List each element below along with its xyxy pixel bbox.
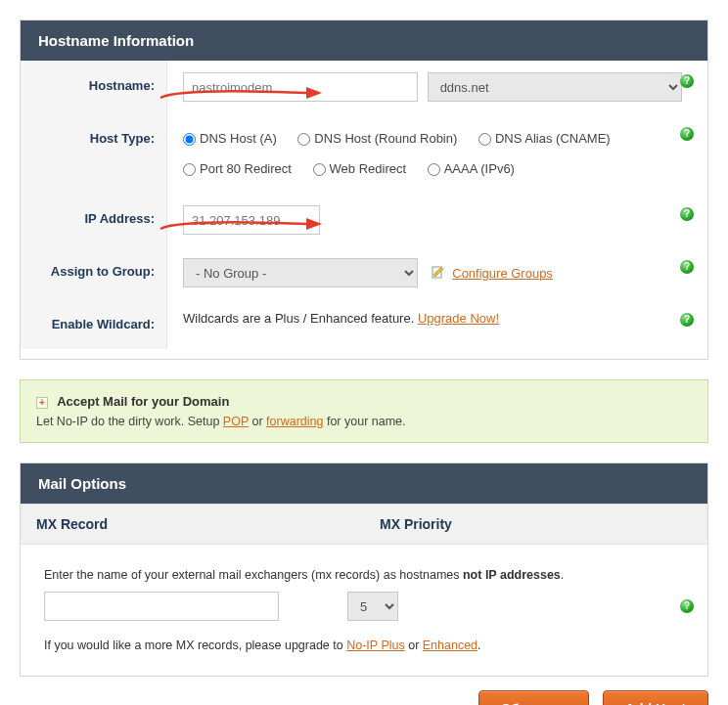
add-host-button[interactable]: Add Host xyxy=(603,690,708,705)
label-host-type: Host Type: xyxy=(21,113,167,194)
enhanced-link[interactable]: Enhanced xyxy=(423,639,478,652)
help-icon[interactable]: ? xyxy=(680,74,694,88)
accept-mail-info: + Accept Mail for your Domain Let No-IP … xyxy=(20,379,708,443)
noip-plus-link[interactable]: No-IP Plus xyxy=(346,639,405,652)
radio-port80[interactable]: Port 80 Redirect xyxy=(183,161,292,176)
ip-address-input[interactable] xyxy=(183,205,320,235)
expand-icon[interactable]: + xyxy=(36,397,48,409)
edit-icon xyxy=(432,266,445,283)
mx-columns-header: MX Record MX Priority xyxy=(21,504,707,545)
hostname-input[interactable] xyxy=(183,72,418,102)
radio-dns-round-robin[interactable]: DNS Host (Round Robin) xyxy=(297,131,457,146)
mx-more-text: If you would like a more MX records, ple… xyxy=(44,639,684,652)
row-enable-wildcard: Enable Wildcard: Wildcards are a Plus / … xyxy=(21,299,707,359)
label-assign-group: Assign to Group: xyxy=(21,246,167,299)
reset-button[interactable]: Сбросить xyxy=(478,690,589,705)
label-hostname: Hostname: xyxy=(21,61,167,113)
col-mx-record: MX Record xyxy=(21,505,364,544)
help-icon[interactable]: ? xyxy=(680,599,694,613)
help-icon[interactable]: ? xyxy=(680,313,694,327)
radio-dns-cname[interactable]: DNS Alias (CNAME) xyxy=(478,131,611,146)
radio-web-redirect[interactable]: Web Redirect xyxy=(313,161,407,176)
forwarding-link[interactable]: forwarding xyxy=(266,415,323,428)
buttons-row: Сбросить Add Host xyxy=(20,690,708,705)
row-hostname: Hostname: ddns.net ? xyxy=(21,61,707,113)
group-select[interactable]: - No Group - xyxy=(183,258,418,287)
domain-select[interactable]: ddns.net xyxy=(428,72,682,102)
row-assign-group: Assign to Group: - No Group - Configure … xyxy=(21,246,707,299)
wildcard-text: Wildcards are a Plus / Enhanced feature. xyxy=(183,311,418,326)
help-icon[interactable]: ? xyxy=(680,207,694,221)
row-host-type: Host Type: DNS Host (A) DNS Host (Round … xyxy=(21,113,707,194)
hostname-info-panel: Hostname Information Hostname: ddns.net … xyxy=(20,20,708,360)
upgrade-now-link[interactable]: Upgrade Now! xyxy=(418,311,499,326)
mail-options-title: Mail Options xyxy=(21,463,707,504)
mx-record-input[interactable] xyxy=(44,592,279,621)
help-icon[interactable]: ? xyxy=(680,127,694,141)
row-ip-address: IP Address: ? xyxy=(21,194,707,246)
accept-mail-text: Let No-IP do the dirty work. Setup POP o… xyxy=(36,415,692,428)
mail-options-panel: Mail Options MX Record MX Priority Enter… xyxy=(20,463,708,677)
label-ip-address: IP Address: xyxy=(21,194,167,246)
hostname-panel-title: Hostname Information xyxy=(21,21,707,61)
configure-groups-link[interactable]: Configure Groups xyxy=(452,266,553,281)
mx-intro-text: Enter the name of your external mail exc… xyxy=(44,568,684,582)
col-mx-priority: MX Priority xyxy=(364,505,707,544)
pop-link[interactable]: POP xyxy=(223,415,249,428)
label-enable-wildcard: Enable Wildcard: xyxy=(21,299,167,349)
mx-priority-select[interactable]: 5 xyxy=(347,592,398,621)
radio-aaaa[interactable]: AAAA (IPv6) xyxy=(428,161,515,176)
help-icon[interactable]: ? xyxy=(680,260,694,274)
accept-mail-title: Accept Mail for your Domain xyxy=(57,394,229,409)
radio-dns-host-a[interactable]: DNS Host (A) xyxy=(183,131,277,146)
